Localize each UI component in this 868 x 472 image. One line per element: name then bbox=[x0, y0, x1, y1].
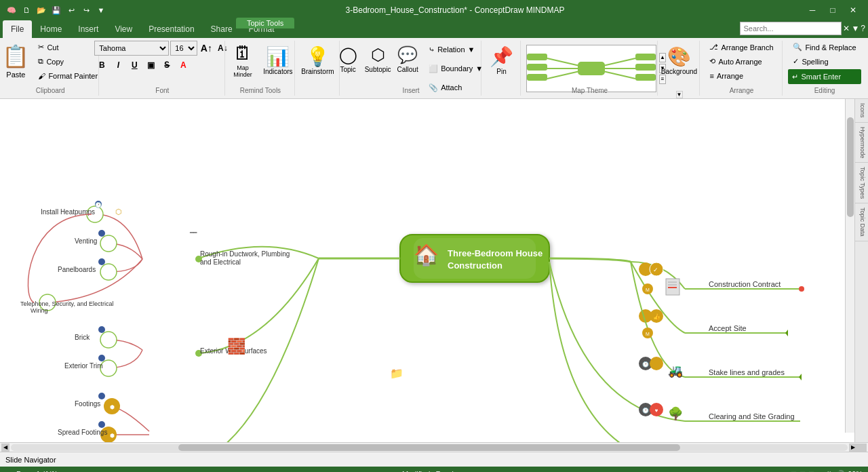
topic-data-panel-tab[interactable]: Topic Data bbox=[855, 203, 868, 241]
h-scrollbar-track[interactable] bbox=[11, 444, 848, 451]
font-group: Tahoma 16 A↑ A↓ B I U ▣ S̶ A Font bbox=[100, 41, 226, 96]
scroll-right-button[interactable]: ▶ bbox=[849, 444, 857, 452]
close-button[interactable]: ✕ bbox=[844, 3, 863, 17]
arrange-branch-button[interactable]: ⎇ Arrange Branch bbox=[705, 41, 778, 54]
tab-share[interactable]: Share bbox=[203, 20, 241, 38]
boundary-button[interactable]: ⬜ Boundary ▼ bbox=[424, 60, 488, 77]
status-icon-3[interactable]: ⊟ bbox=[808, 470, 814, 473]
minimize-button[interactable]: ─ bbox=[803, 3, 822, 17]
svg-point-80 bbox=[98, 326, 105, 333]
svg-point-38 bbox=[650, 357, 663, 370]
strikethrough-button[interactable]: S̶ bbox=[159, 58, 174, 73]
map-minder-button[interactable]: 🗓 MapMinder bbox=[226, 41, 260, 81]
svg-text:Stake lines and grades: Stake lines and grades bbox=[709, 368, 785, 376]
icons-panel-tab[interactable]: Icons bbox=[855, 99, 868, 123]
topic-types-panel-tab[interactable]: Topic Types bbox=[855, 163, 868, 203]
tab-view[interactable]: View bbox=[106, 20, 140, 38]
arrange-button[interactable]: ≡ Arrange bbox=[705, 69, 778, 82]
remind-tools-label: Remind Tools bbox=[226, 87, 294, 94]
cut-button[interactable]: ✂ Cut bbox=[35, 41, 101, 54]
search-filter-icon[interactable]: ▼ bbox=[851, 24, 859, 33]
arrange-group: ⎇ Arrange Branch ⟲ Auto Arrange ≡ Arrang… bbox=[701, 41, 783, 96]
font-family-select[interactable]: Tahoma bbox=[94, 41, 169, 56]
svg-point-72 bbox=[98, 258, 105, 265]
format-painter-button[interactable]: 🖌 Format Painter bbox=[35, 69, 101, 82]
status-icon-1[interactable]: ⊞ bbox=[791, 470, 797, 473]
relation-button[interactable]: ⤷ Relation ▼ bbox=[424, 41, 488, 58]
smart-enter-icon: ↵ bbox=[792, 73, 798, 81]
status-icon-2[interactable]: ⊡ bbox=[800, 470, 806, 473]
topic-tools-tab[interactable]: Topic Tools bbox=[236, 18, 294, 28]
background-button[interactable]: 🎨 Background bbox=[663, 41, 696, 81]
tab-file[interactable]: File bbox=[3, 20, 32, 38]
hypermode-panel-tab[interactable]: Hypermode bbox=[855, 123, 868, 163]
help-icon[interactable]: ? bbox=[861, 24, 865, 33]
svg-marker-40 bbox=[799, 374, 802, 380]
highlight-button[interactable]: ▣ bbox=[143, 58, 158, 73]
find-replace-button[interactable]: 🔍 Find & Replace bbox=[788, 41, 861, 54]
arrange-branch-label: Arrange Branch bbox=[721, 43, 773, 52]
boundary-icon: ⬜ bbox=[429, 64, 438, 73]
status-icon-6[interactable]: 🔊 bbox=[835, 470, 845, 473]
font-size-select[interactable]: 16 bbox=[170, 41, 197, 56]
format-painter-icon: 🖌 bbox=[38, 72, 45, 80]
arrange-label: Arrange bbox=[701, 87, 782, 94]
status-icon-4[interactable]: ▶ bbox=[817, 470, 823, 473]
tab-home[interactable]: Home bbox=[32, 20, 70, 38]
map-minder-icon: 🗓 bbox=[233, 44, 252, 63]
paste-icon: 📋 bbox=[2, 43, 29, 69]
search-input[interactable] bbox=[740, 22, 842, 35]
scroll-left-button[interactable]: ◀ bbox=[1, 444, 9, 452]
map-theme-group: ▲ ▼ ≡ Map Theme bbox=[522, 41, 658, 96]
svg-text:M: M bbox=[646, 332, 650, 336]
map-theme-preview[interactable] bbox=[526, 45, 656, 92]
font-color-button[interactable]: A bbox=[176, 58, 191, 73]
vertical-scrollbar[interactable] bbox=[845, 99, 854, 433]
pin-label: Pin bbox=[496, 68, 506, 75]
paste-button[interactable]: 📋 Paste bbox=[0, 41, 32, 81]
map-theme-expand[interactable]: ▼ bbox=[676, 91, 683, 98]
map-theme-svg bbox=[527, 48, 656, 89]
vertical-scrollbar-thumb[interactable] bbox=[847, 117, 854, 218]
smart-enter-button[interactable]: ↵ Smart Enter bbox=[788, 69, 861, 84]
open-icon[interactable]: 📂 bbox=[35, 4, 47, 16]
font-grow-button[interactable]: A↑ bbox=[199, 41, 214, 56]
quick-access-toolbar[interactable]: 🧠 🗋 📂 💾 ↩ ↪ ▼ bbox=[5, 4, 107, 16]
brainstorm-button[interactable]: 💡 Brainstorm bbox=[297, 41, 338, 81]
search-clear-icon[interactable]: ✕ bbox=[843, 24, 850, 33]
redo-icon[interactable]: ↪ bbox=[80, 4, 92, 16]
tab-insert[interactable]: Insert bbox=[70, 20, 106, 38]
svg-text:M: M bbox=[646, 288, 650, 292]
save-icon[interactable]: 💾 bbox=[50, 4, 62, 16]
next-page-button[interactable]: ▶ bbox=[63, 470, 68, 473]
underline-button[interactable]: U bbox=[127, 58, 142, 73]
spelling-button[interactable]: ✓ Spelling bbox=[788, 55, 861, 68]
relation-dropdown-icon[interactable]: ▼ bbox=[468, 45, 475, 54]
svg-text:📁: 📁 bbox=[390, 367, 403, 380]
horizontal-scrollbar[interactable]: ◀ ▶ bbox=[0, 442, 868, 452]
svg-rect-10 bbox=[635, 54, 656, 60]
mind-map-canvas[interactable]: 🏠 Three-Bedroom House Construction Const… bbox=[0, 99, 854, 442]
auto-arrange-button[interactable]: ⟲ Auto Arrange bbox=[705, 55, 778, 68]
subtopic-icon: ⬡ bbox=[371, 45, 385, 64]
more-icon[interactable]: ▼ bbox=[95, 4, 107, 16]
h-scrollbar-thumb[interactable] bbox=[178, 444, 680, 451]
prev-page-button[interactable]: ◀ bbox=[5, 470, 11, 473]
copy-button[interactable]: ⧉ Copy bbox=[35, 55, 101, 68]
window-controls[interactable]: ─ □ ✕ bbox=[803, 3, 863, 17]
svg-text:🕐: 🕐 bbox=[95, 201, 102, 208]
bold-button[interactable]: B bbox=[94, 58, 109, 73]
clipboard-label: Clipboard bbox=[3, 87, 98, 94]
maximize-button[interactable]: □ bbox=[823, 3, 842, 17]
tab-presentation[interactable]: Presentation bbox=[140, 20, 202, 38]
subtopic-button[interactable]: ⬡ Subtopic bbox=[364, 41, 391, 78]
boundary-dropdown-icon[interactable]: ▼ bbox=[475, 64, 483, 73]
undo-icon[interactable]: ↩ bbox=[65, 4, 77, 16]
italic-button[interactable]: I bbox=[111, 58, 125, 73]
pin-button[interactable]: 📌 Pin bbox=[485, 41, 519, 81]
svg-text:Telephone, Security, and Elect: Telephone, Security, and Electrical bbox=[20, 300, 113, 307]
indicators-button[interactable]: 📊 Indicators bbox=[261, 41, 295, 81]
new-icon[interactable]: 🗋 bbox=[20, 4, 33, 16]
callout-button[interactable]: 💬 Callout bbox=[394, 41, 421, 78]
topic-button[interactable]: ◯ Topic bbox=[334, 41, 361, 78]
